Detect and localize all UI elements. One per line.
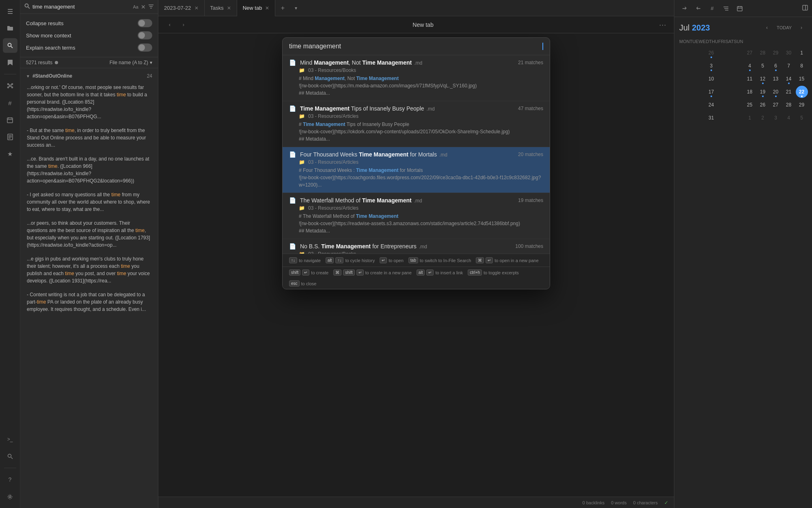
folder-icon[interactable] xyxy=(3,21,17,36)
calendar-day[interactable]: 23 xyxy=(808,85,812,98)
help-nav-icon[interactable]: ? xyxy=(3,472,17,487)
calendar-day[interactable]: 8 xyxy=(795,59,808,72)
calendar-day[interactable]: 1 xyxy=(743,111,756,124)
calendar-day[interactable]: 1 xyxy=(795,46,808,59)
list-item[interactable]: - Content writing is not a job that can … xyxy=(20,288,158,316)
calendar-day[interactable]: 31 xyxy=(679,111,743,124)
match-case-button[interactable]: Aa xyxy=(133,4,138,9)
list-item[interactable]: ...ce. Brands aren't built in a day, and… xyxy=(20,152,158,188)
calendar-next-button[interactable]: › xyxy=(796,22,807,33)
calendar-day[interactable]: 30 xyxy=(782,46,795,59)
calendar-day[interactable]: 28 xyxy=(782,98,795,111)
calendar-day[interactable]: 29 xyxy=(795,98,808,111)
list-item[interactable]: ...or peers, so think about your custome… xyxy=(20,216,158,252)
calendar-view-icon[interactable] xyxy=(734,2,746,15)
star-nav-icon[interactable]: ★ xyxy=(3,147,17,161)
calendar-day[interactable]: 15 xyxy=(795,72,808,85)
calendar-day[interactable]: 25 xyxy=(743,98,756,111)
calendar-day[interactable]: 4 xyxy=(743,59,756,72)
calendar-day[interactable]: 11 xyxy=(743,72,756,85)
forward-button[interactable]: › xyxy=(178,19,189,30)
calendar-day[interactable]: 18 xyxy=(743,85,756,98)
daily-note-nav-icon[interactable] xyxy=(3,130,17,144)
search-nav-icon[interactable] xyxy=(3,38,17,53)
calendar-day[interactable]: 20 xyxy=(769,85,782,98)
tab-new-tab[interactable]: New tab ✕ xyxy=(237,0,276,16)
calendar-today-button[interactable]: TODAY xyxy=(774,24,794,31)
calendar-day[interactable]: 28 xyxy=(756,46,769,59)
list-item[interactable]: ...orking or not.' Of course, most peopl… xyxy=(20,80,158,124)
calendar-day[interactable]: 3 xyxy=(769,111,782,124)
calendar-day[interactable]: 27 xyxy=(743,46,756,59)
calendar-day[interactable]: 21 xyxy=(782,85,795,98)
explain-search-terms-toggle[interactable] xyxy=(138,43,152,52)
tab-2023-07-22[interactable]: 2023-07-22 ✕ xyxy=(158,0,205,16)
calendar-day[interactable]: 19 xyxy=(756,85,769,98)
qs-result-top: 📄 Mind Management, Not Time Management.m… xyxy=(289,59,543,66)
tab-close-icon[interactable]: ✕ xyxy=(194,5,199,11)
calendar-day[interactable]: 5 xyxy=(756,59,769,72)
tab-overflow-button[interactable]: ▾ xyxy=(290,0,302,16)
calendar-day[interactable]: 2 xyxy=(808,46,812,59)
sidebar-toggle-icon[interactable]: ☰ xyxy=(3,4,17,19)
search-filter-button[interactable] xyxy=(148,4,154,10)
tab-close-icon[interactable]: ✕ xyxy=(265,5,269,11)
calendar-day[interactable]: 2 xyxy=(756,111,769,124)
calendar-day[interactable]: 22 xyxy=(795,85,808,98)
calendar-day[interactable]: 5 xyxy=(795,111,808,124)
calendar-day[interactable]: 24 xyxy=(679,98,743,111)
calendar-day[interactable]: 26 xyxy=(756,98,769,111)
calendar-nav-icon[interactable] xyxy=(3,113,17,127)
qs-result-item[interactable]: 📄 Time Management Tips of Insanely Busy … xyxy=(283,101,550,147)
calendar-day[interactable]: 3 xyxy=(679,59,743,72)
calendar-day[interactable]: 17 xyxy=(679,85,743,98)
outline-icon[interactable] xyxy=(720,2,732,15)
qs-result-item[interactable]: 📄 The Waterfall Method of Time Managemen… xyxy=(283,193,550,239)
calendar-prev-button[interactable]: ‹ xyxy=(761,22,773,33)
tag-nav-icon[interactable]: # xyxy=(3,96,17,110)
search-clear-button[interactable]: ✕ xyxy=(141,4,146,10)
calendar-day[interactable]: 7 xyxy=(782,59,795,72)
sort-select[interactable]: File name (A to Z) ▾ xyxy=(110,60,152,65)
calendar-day[interactable]: 14 xyxy=(782,72,795,85)
list-item[interactable]: ...e gigs in pubs and working men's club… xyxy=(20,252,158,288)
result-group-header[interactable]: ▼ #StandOutOnline 24 xyxy=(20,72,158,80)
search-alt-nav-icon[interactable] xyxy=(3,449,17,464)
calendar-day[interactable]: 10 xyxy=(679,72,743,85)
more-options-button[interactable]: ⋯ xyxy=(657,19,668,30)
tab-close-icon[interactable]: ✕ xyxy=(227,5,231,11)
qs-result-item[interactable]: 📄 Mind Management, Not Time Management.m… xyxy=(283,55,550,101)
calendar-day[interactable]: 4 xyxy=(782,111,795,124)
graph-nav-icon[interactable] xyxy=(3,78,17,93)
bookmark-nav-icon[interactable] xyxy=(3,55,17,70)
calendar-day[interactable]: 27 xyxy=(769,98,782,111)
list-item[interactable]: - But at the same time, in order to trul… xyxy=(20,124,158,152)
calendar-day[interactable]: 16 xyxy=(808,72,812,85)
calendar-day[interactable]: 6 xyxy=(769,59,782,72)
back-button[interactable]: ‹ xyxy=(164,19,175,30)
backlinks-icon[interactable] xyxy=(678,2,691,15)
settings-nav-icon[interactable] xyxy=(3,489,17,504)
show-more-context-toggle[interactable] xyxy=(138,31,152,39)
list-item[interactable]: - I get asked so many questions all the … xyxy=(20,188,158,216)
calendar-day[interactable]: 29 xyxy=(769,46,782,59)
calendar-day[interactable]: 12 xyxy=(756,72,769,85)
calendar-day[interactable]: 9 xyxy=(808,59,812,72)
tab-add-button[interactable]: + xyxy=(275,0,290,16)
calendar-day[interactable]: 6 xyxy=(808,111,812,124)
expand-panel-icon[interactable] xyxy=(802,5,808,12)
qs-result-item[interactable]: 📄 Four Thousand Weeks Time Management fo… xyxy=(283,147,550,193)
calendar-day[interactable]: 30 xyxy=(808,98,812,111)
calendar-day[interactable]: 13 xyxy=(769,72,782,85)
qs-result-path: 03 - Resources/Articles xyxy=(308,205,358,211)
outgoing-links-icon[interactable] xyxy=(692,2,704,15)
qs-result-item[interactable]: 📄 No B.S. Time Management for Entreprene… xyxy=(283,239,550,254)
calendar-day[interactable]: 26 xyxy=(679,46,743,59)
search-panel: Aa ✕ Collapse results Show more context … xyxy=(20,0,158,508)
tags-icon[interactable]: # xyxy=(706,2,718,15)
search-input[interactable] xyxy=(32,4,131,10)
quick-search-input[interactable] xyxy=(289,43,538,50)
terminal-nav-icon[interactable]: >_ xyxy=(3,432,17,447)
collapse-results-toggle[interactable] xyxy=(138,19,152,27)
tab-tasks[interactable]: Tasks ✕ xyxy=(205,0,237,16)
